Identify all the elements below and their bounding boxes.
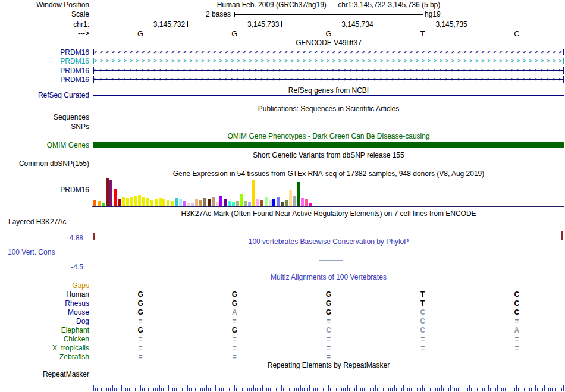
gtex-expression-bar[interactable] [272,199,275,206]
gencode-transcript-label[interactable]: PRDM16 [0,67,89,75]
gencode-transcript[interactable]: >>>>>>>>>>>>>>>>>>>>>>>>>>>>>>>>>>>>>>>>… [93,67,564,74]
coordinate-tick [470,21,470,27]
gtex-expression-bar[interactable] [93,200,96,206]
gtex-expression-bar[interactable] [269,200,272,206]
gtex-expression-bar[interactable] [142,197,145,206]
alignment-base: = [418,344,428,352]
gtex-expression-bar[interactable] [106,178,109,206]
gtex-expression-bar[interactable] [175,198,178,206]
transcript-direction-arrows: >>>>>>>>>>>>>>>>>>>>>>>>>>>>>>>>>>>>>>>>… [94,67,563,74]
gencode-transcript[interactable]: >>>>>>>>>>>>>>>>>>>>>>>>>>>>>>>>>>>>>>>>… [93,76,564,83]
gtex-expression-bar[interactable] [277,197,280,206]
multiz-gaps-label[interactable]: Gaps [0,281,89,290]
layered-h3k27ac-label[interactable]: Layered H3K27Ac [8,218,66,226]
gencode-transcript-label[interactable]: PRDM16 [0,48,89,57]
gtex-expression-bar[interactable] [289,190,292,206]
alignment-base: = [511,344,522,352]
gtex-expression-bar[interactable] [297,182,300,206]
gtex-expression-bar[interactable] [150,200,153,206]
coordinate-tick [376,21,376,27]
omim-track-title: OMIM Gene Phenotypes - Dark Green Can Be… [93,132,564,140]
gtex-expression-bar[interactable] [265,197,268,206]
scale-value: 2 bases [140,10,231,18]
gtex-expression-bar[interactable] [208,199,211,206]
gtex-expression-bar[interactable] [301,198,304,206]
multiz-track-title: Multiz Alignments of 100 Vertebrates [93,273,564,281]
gtex-expression-bar[interactable] [256,199,259,206]
multiz-species-label[interactable]: X_tropicalis [0,344,89,352]
multiz-species-label[interactable]: Zebrafish [0,353,89,361]
multiz-species-label[interactable]: Human [0,290,89,299]
window-position-label: Window Position [0,1,89,9]
multiz-species-label[interactable]: Chicken [0,335,89,343]
gtex-expression-bar[interactable] [191,203,194,206]
multiz-species-label[interactable]: Mouse [0,308,89,316]
gencode-transcript[interactable]: >>>>>>>>>>>>>>>>>>>>>>>>>>>>>>>>>>>>>>>>… [93,49,564,55]
gtex-expression-bar[interactable] [252,180,255,206]
alignment-base: C [511,308,522,316]
gtex-expression-bar[interactable] [130,197,133,206]
snps-label[interactable]: SNPs [0,123,89,131]
refseq-curated-label[interactable]: RefSeq Curated [0,91,89,99]
alignment-base: C [418,317,428,325]
gtex-expression-bar[interactable] [122,197,125,206]
gencode-transcript[interactable]: >>>>>>>>>>>>>>>>>>>>>>>>>>>>>>>>>>>>>>>>… [93,58,564,64]
sequences-label[interactable]: Sequences [0,113,89,121]
omim-genes-label[interactable]: OMIM Genes [0,141,89,149]
gtex-expression-bar[interactable] [285,200,288,206]
gtex-expression-bar[interactable] [281,202,284,206]
gtex-expression-bar[interactable] [109,180,112,206]
multiz-species-label[interactable]: Elephant [0,326,89,334]
gtex-expression-bar[interactable] [159,198,162,206]
gtex-expression-bar[interactable] [114,189,117,206]
repeatmasker-track-title: Repeating Elements by RepeatMasker [93,361,564,369]
alignment-base: = [229,353,240,361]
gtex-gene-label[interactable]: PRDM16 [0,186,89,194]
gtex-expression-bar[interactable] [138,195,141,206]
multiz-species-label[interactable]: Rhesus [0,299,89,308]
gtex-expression-bar[interactable] [167,200,170,206]
gtex-expression-bar[interactable] [309,203,312,206]
gencode-track-title: GENCODE V49lift37 [93,39,564,47]
gtex-expression-bar[interactable] [179,199,182,206]
gtex-expression-bar[interactable] [228,201,231,206]
gtex-expression-bar[interactable] [260,200,263,206]
common-dbsnp-label[interactable]: Common dbSNP(155) [0,159,89,168]
base-letter: G [134,29,146,38]
gtex-expression-bar[interactable] [199,200,202,206]
gtex-expression-bar[interactable] [240,194,243,206]
gtex-expression-bar[interactable] [102,203,105,206]
gtex-expression-bar[interactable] [293,196,296,206]
gtex-expression-bar[interactable] [244,201,247,206]
gtex-expression-bar[interactable] [187,203,190,206]
gencode-transcript-label[interactable]: PRDM16 [0,57,89,65]
gtex-expression-bar[interactable] [216,202,219,206]
gtex-expression-bar[interactable] [203,198,206,206]
omim-gene-bar[interactable] [93,142,564,148]
gtex-expression-bar[interactable] [118,199,121,206]
gtex-expression-bar[interactable] [126,198,129,206]
gencode-transcript-label[interactable]: PRDM16 [0,76,89,84]
refseq-gene-line[interactable] [93,95,564,96]
gtex-expression-bar[interactable] [98,201,101,206]
conservation-track-label[interactable]: 100 Vert. Cons [8,248,55,256]
gtex-expression-bar[interactable] [155,199,158,206]
gtex-expression-bar[interactable] [219,196,222,206]
gtex-expression-bar[interactable] [171,201,174,206]
gtex-expression-bar[interactable] [134,196,137,206]
gtex-expression-bar[interactable] [305,199,308,206]
multiz-species-label[interactable]: Dog [0,317,89,325]
gtex-expression-bar[interactable] [195,199,198,206]
repeatmasker-label[interactable]: RepeatMasker [0,370,89,378]
gtex-expression-bar[interactable] [224,199,227,206]
gtex-expression-bar[interactable] [236,201,239,206]
alignment-base: = [324,344,334,352]
alignment-base: G [229,299,240,308]
gtex-expression-bar[interactable] [248,202,251,206]
gtex-expression-bar[interactable] [232,202,235,206]
gtex-expression-bar[interactable] [212,197,215,206]
gtex-expression-bar[interactable] [183,201,186,206]
gtex-expression-bar[interactable] [146,198,149,206]
alignment-base: = [324,335,334,343]
gtex-expression-bar[interactable] [162,199,165,206]
